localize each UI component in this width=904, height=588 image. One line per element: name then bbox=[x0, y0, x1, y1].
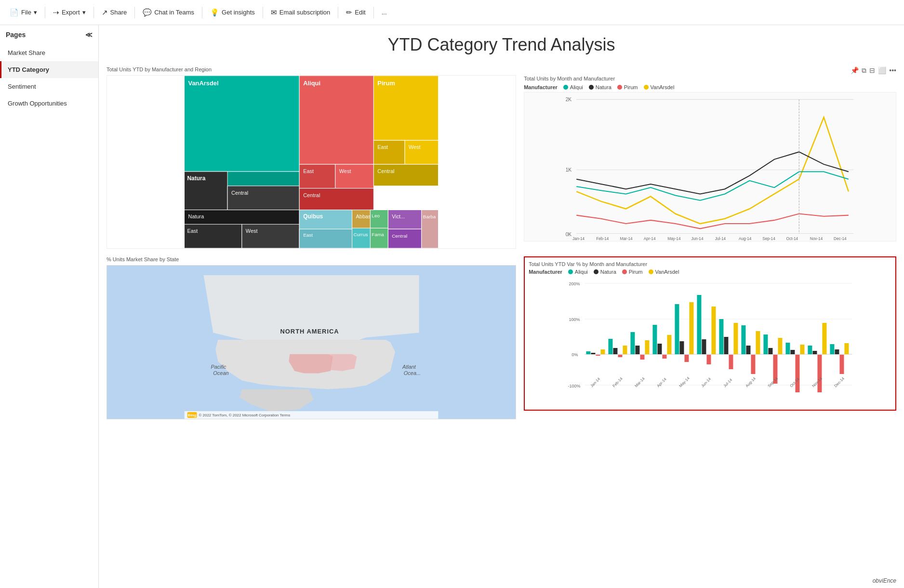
email-subscription-button[interactable]: ✉ Email subscription bbox=[267, 6, 334, 19]
svg-text:Quibus: Quibus bbox=[303, 213, 323, 220]
sidebar-item-growth-opportunities[interactable]: Growth Opportunities bbox=[0, 95, 98, 112]
more-options-button[interactable]: ... bbox=[378, 6, 391, 18]
svg-text:Currus: Currus bbox=[354, 232, 368, 237]
export-label: Export bbox=[62, 9, 80, 16]
top-panels: Total Units YTD by Manufacturer and Regi… bbox=[106, 67, 896, 249]
svg-text:0%: 0% bbox=[572, 352, 578, 357]
copy-icon[interactable]: ⧉ bbox=[862, 67, 866, 75]
more-icon[interactable]: ••• bbox=[889, 67, 896, 75]
separator-4 bbox=[202, 7, 202, 18]
map-container: Pacific Ocean Atlant Ocea... NORTH AMERI… bbox=[106, 265, 516, 419]
svg-rect-96 bbox=[601, 349, 605, 354]
svg-rect-136 bbox=[823, 323, 827, 354]
svg-rect-100 bbox=[623, 346, 627, 354]
svg-text:Feb-14: Feb-14 bbox=[596, 237, 609, 241]
svg-rect-48 bbox=[352, 228, 371, 248]
svg-rect-50 bbox=[370, 228, 388, 248]
svg-text:Dec-14: Dec-14 bbox=[834, 237, 847, 241]
chat-in-teams-button[interactable]: 💬 Chat in Teams bbox=[139, 6, 198, 19]
pin-icon[interactable]: 📌 bbox=[851, 67, 859, 75]
svg-rect-109 bbox=[675, 304, 679, 354]
svg-text:Aug-14: Aug-14 bbox=[745, 376, 757, 388]
svg-text:West: West bbox=[339, 168, 351, 174]
svg-rect-94 bbox=[591, 353, 596, 354]
line-chart-container[interactable]: 2K 1K 0K bbox=[524, 92, 896, 241]
sidebar-header: Pages ≪ bbox=[0, 31, 98, 44]
svg-rect-116 bbox=[712, 307, 716, 354]
svg-text:Barba: Barba bbox=[423, 214, 436, 219]
bar-chart-container[interactable]: Total Units YTD Var % by Month and Manuf… bbox=[524, 256, 896, 411]
svg-text:Central: Central bbox=[377, 168, 394, 174]
svg-rect-131 bbox=[796, 355, 800, 392]
file-icon: 📄 bbox=[10, 8, 19, 17]
bar-chart-panel: Total Units YTD Var % by Month and Manuf… bbox=[524, 256, 896, 419]
svg-text:Jan-14: Jan-14 bbox=[572, 237, 585, 241]
chat-in-teams-label: Chat in Teams bbox=[154, 9, 194, 16]
content-area: YTD Category Trend Analysis Total Units … bbox=[99, 25, 904, 588]
legend-vanarsdel: VanArsdel bbox=[644, 84, 675, 90]
svg-text:Sep-14: Sep-14 bbox=[762, 237, 775, 241]
svg-text:Central: Central bbox=[392, 233, 407, 239]
collapse-icon[interactable]: ≪ bbox=[85, 31, 93, 39]
svg-text:East: East bbox=[303, 232, 313, 238]
svg-rect-135 bbox=[818, 355, 822, 392]
svg-text:Natura: Natura bbox=[187, 175, 206, 182]
share-button[interactable]: ↗ Share bbox=[98, 6, 131, 19]
teams-icon: 💬 bbox=[143, 8, 152, 17]
svg-text:Vict...: Vict... bbox=[392, 214, 405, 219]
line-chart-title: Total Units by Month and Manufacturer bbox=[524, 76, 896, 81]
svg-text:East: East bbox=[377, 144, 388, 150]
sidebar-item-market-share[interactable]: Market Share bbox=[0, 44, 98, 61]
filter-icon[interactable]: ⊟ bbox=[869, 67, 875, 75]
separator-2 bbox=[93, 7, 94, 18]
svg-text:Atlant: Atlant bbox=[402, 364, 416, 370]
svg-rect-123 bbox=[751, 355, 756, 374]
svg-text:Apr-14: Apr-14 bbox=[656, 377, 668, 388]
export-button[interactable]: ⇢ Export ▾ bbox=[49, 6, 90, 19]
svg-text:Abbas: Abbas bbox=[356, 214, 372, 219]
email-subscription-label: Email subscription bbox=[279, 9, 331, 16]
bar-chart-title: Total Units YTD Var % by Month and Manuf… bbox=[529, 261, 891, 267]
svg-rect-110 bbox=[680, 341, 684, 354]
treemap-title: Total Units YTD by Manufacturer and Regi… bbox=[106, 67, 516, 72]
separator-1 bbox=[45, 7, 45, 18]
svg-text:Oct-14: Oct-14 bbox=[786, 237, 798, 241]
sidebar-item-sentiment[interactable]: Sentiment bbox=[0, 78, 98, 95]
bar-legend-aliqui: Aliqui bbox=[568, 269, 588, 275]
svg-text:Central: Central bbox=[231, 190, 248, 196]
bar-legend-vanarsdel: VanArsdel bbox=[649, 269, 679, 275]
svg-rect-24 bbox=[299, 188, 373, 210]
treemap-container[interactable]: VanArsdel East Central West Natura bbox=[106, 75, 516, 249]
svg-rect-130 bbox=[791, 350, 795, 354]
svg-rect-32 bbox=[373, 164, 438, 186]
svg-rect-97 bbox=[609, 339, 613, 354]
page-title: YTD Category Trend Analysis bbox=[106, 31, 896, 59]
panel-icons: 📌 ⧉ ⊟ ⬜ ••• bbox=[524, 67, 896, 75]
bar-aliqui-dot bbox=[568, 269, 573, 274]
sidebar-item-ytd-category[interactable]: YTD Category bbox=[0, 61, 98, 78]
more-options-label: ... bbox=[382, 9, 387, 16]
svg-rect-111 bbox=[685, 355, 689, 362]
bar-natura-dot bbox=[594, 269, 598, 274]
svg-text:Mar-14: Mar-14 bbox=[620, 237, 633, 241]
svg-rect-117 bbox=[719, 319, 724, 354]
svg-rect-129 bbox=[786, 343, 790, 354]
svg-text:Nov-14: Nov-14 bbox=[810, 237, 823, 241]
edit-icon: ✏ bbox=[346, 8, 352, 17]
get-insights-button[interactable]: 💡 Get insights bbox=[206, 6, 259, 19]
separator-3 bbox=[134, 7, 135, 18]
edit-label: Edit bbox=[355, 9, 365, 16]
svg-text:Jul-14: Jul-14 bbox=[723, 377, 733, 388]
svg-rect-113 bbox=[697, 295, 702, 354]
svg-rect-102 bbox=[636, 346, 640, 354]
edit-button[interactable]: ✏ Edit bbox=[342, 6, 369, 19]
file-button[interactable]: 📄 File ▾ bbox=[6, 6, 41, 19]
svg-rect-93 bbox=[586, 351, 591, 354]
svg-rect-134 bbox=[813, 351, 817, 354]
focus-icon[interactable]: ⬜ bbox=[878, 67, 886, 75]
natura-dot bbox=[589, 85, 594, 90]
share-icon: ↗ bbox=[102, 8, 108, 17]
svg-rect-101 bbox=[631, 332, 635, 354]
branding-label: obviEnce bbox=[873, 577, 896, 584]
svg-text:200%: 200% bbox=[569, 281, 580, 286]
